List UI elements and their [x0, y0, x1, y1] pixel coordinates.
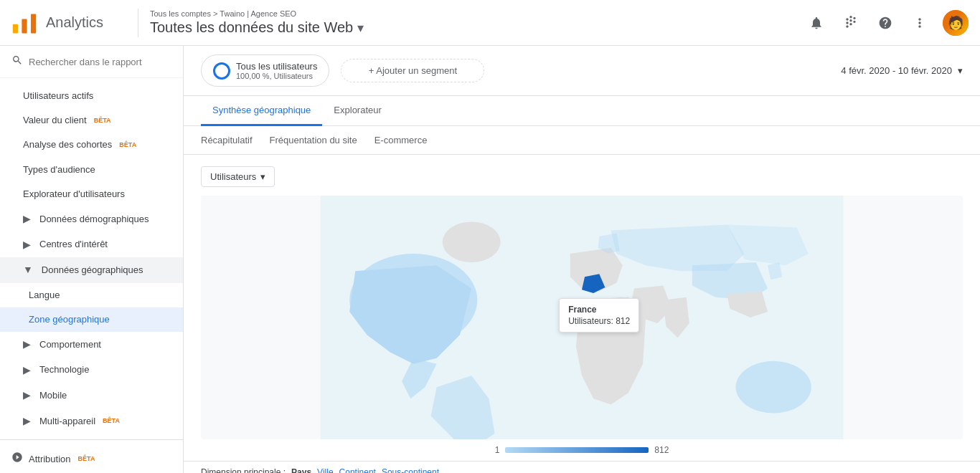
tab-synthese-geographique[interactable]: Synthèse géographique: [201, 96, 322, 126]
sidebar-label: Mobile: [39, 389, 67, 402]
sidebar-item-technologie[interactable]: ▶ Technologie: [0, 358, 183, 383]
sub-tabs-bar: Récapitulatif Fréquentation du site E-co…: [184, 126, 980, 155]
beta-badge: BÊTA: [94, 116, 111, 125]
dimension-ville[interactable]: Ville: [317, 467, 333, 473]
header-nav: Tous les comptes > Twaino | Agence SEO T…: [150, 9, 805, 36]
segment-name: Tous les utilisateurs: [236, 61, 317, 72]
sidebar-label: Données démographiques: [39, 213, 149, 226]
segment-sub: 100,00 %, Utilisateurs: [236, 72, 317, 80]
attribution-icon: [11, 452, 23, 466]
sidebar-item-mobile[interactable]: ▶ Mobile: [0, 383, 183, 408]
sidebar-item-donnees-geographiques[interactable]: ▼ Données géographiques: [0, 257, 183, 283]
date-range-label: 4 févr. 2020 - 10 févr. 2020: [841, 65, 952, 76]
users-dropdown[interactable]: Utilisateurs ▾: [201, 166, 275, 187]
sidebar-label: Multi-appareil: [39, 415, 95, 428]
date-range-selector[interactable]: 4 févr. 2020 - 10 févr. 2020 ▾: [841, 65, 963, 76]
attribution-label: Attribution: [29, 454, 71, 464]
sidebar-item-types-audience[interactable]: Types d'audience: [0, 158, 183, 182]
svg-point-6: [736, 361, 811, 414]
sidebar-label: Technologie: [39, 363, 89, 376]
date-range-dropdown-icon: ▾: [958, 65, 963, 76]
sidebar-item-donnees-demographiques[interactable]: ▶ Données démographiques: [0, 206, 183, 232]
apps-button[interactable]: [839, 11, 862, 34]
search-icon: [11, 54, 23, 69]
chevron-right-icon: ▶: [23, 338, 31, 352]
chevron-right-icon: ▶: [23, 414, 31, 429]
tab-explorateur[interactable]: Explorateur: [322, 96, 392, 126]
sidebar-item-explorateur-utilisateurs[interactable]: Explorateur d'utilisateurs: [0, 182, 183, 206]
sidebar-label: Langue: [29, 289, 60, 302]
sub-tab-ecommerce[interactable]: E-commerce: [374, 132, 428, 148]
map-container: France Utilisateurs: 812: [201, 196, 963, 439]
avatar[interactable]: 🧑: [943, 10, 969, 36]
dimension-pays[interactable]: Pays: [291, 467, 311, 473]
more-options-button[interactable]: [908, 11, 931, 34]
sidebar-bottom: Attribution BÊTA ‹: [0, 439, 183, 473]
avatar-image: 🧑: [943, 10, 969, 36]
beta-badge: BÊTA: [119, 140, 136, 150]
header: Analytics Tous les comptes > Twaino | Ag…: [0, 0, 980, 46]
app-title: Analytics: [46, 14, 103, 31]
sidebar-nav: Utilisateurs actifs Valeur du clientBÊTA…: [0, 78, 183, 439]
add-segment-label: + Ajouter un segment: [369, 65, 457, 76]
sub-tab-recapitulatif[interactable]: Récapitulatif: [201, 132, 253, 148]
notifications-button[interactable]: [805, 11, 828, 34]
page-title: Toutes les données du site Web: [150, 19, 353, 36]
page-title-dropdown-icon[interactable]: ▾: [357, 20, 364, 36]
map-area: Utilisateurs ▾: [184, 155, 980, 461]
sub-tab-frequentation[interactable]: Fréquentation du site: [270, 132, 357, 148]
sidebar-item-analyse-cohortes[interactable]: Analyse des cohortesBÊTA: [0, 133, 183, 157]
header-divider: [138, 9, 138, 37]
sub-tab-label: E-commerce: [374, 135, 428, 145]
scale-max: 812: [654, 445, 669, 455]
sidebar-label: Zone géographique: [29, 313, 110, 326]
sidebar-item-attribution[interactable]: Attribution BÊTA: [0, 446, 183, 472]
sidebar-label: Valeur du client: [23, 114, 87, 127]
segment-circle-icon: [213, 62, 230, 80]
sidebar-item-valeur-client[interactable]: Valeur du clientBÊTA: [0, 108, 183, 133]
sidebar-label: Explorateur d'utilisateurs: [23, 188, 125, 201]
users-dropdown-label: Utilisateurs: [210, 171, 256, 182]
sidebar-item-centres-interet[interactable]: ▶ Centres d'intérêt: [0, 232, 183, 258]
sidebar-label: Données géographiques: [42, 264, 143, 277]
help-button[interactable]: [874, 11, 897, 34]
dimension-bar: Dimension principale : Pays Ville Contin…: [184, 461, 980, 473]
sidebar-item-langue[interactable]: Langue: [0, 283, 183, 307]
dimension-label: Dimension principale :: [201, 467, 286, 473]
chevron-right-icon: ▶: [23, 238, 31, 252]
dimension-sous-continent[interactable]: Sous-continent: [382, 467, 439, 473]
segment-chip-all-users[interactable]: Tous les utilisateurs 100,00 %, Utilisat…: [201, 54, 329, 87]
scale-min: 1: [495, 445, 500, 455]
sidebar-item-zone-geographique[interactable]: Zone géographique: [0, 307, 183, 332]
main-content: Tous les utilisateurs 100,00 %, Utilisat…: [184, 46, 980, 473]
search-input[interactable]: [29, 57, 171, 67]
svg-rect-2: [31, 14, 36, 33]
map-scale: 1 812: [201, 445, 963, 455]
chevron-right-icon: ▶: [23, 388, 31, 403]
world-map: [201, 196, 963, 439]
dimension-continent[interactable]: Continent: [339, 467, 376, 473]
search-bar: [0, 46, 183, 78]
header-actions: 🧑: [805, 10, 969, 36]
tab-label: Synthèse géographique: [212, 105, 311, 115]
sidebar-item-comportement[interactable]: ▶ Comportement: [0, 332, 183, 358]
chevron-down-icon: ▼: [23, 263, 33, 277]
sidebar-label: Analyse des cohortes: [23, 138, 112, 151]
segment-info: Tous les utilisateurs 100,00 %, Utilisat…: [236, 61, 317, 80]
chevron-right-icon: ▶: [23, 212, 31, 226]
chevron-right-icon: ▶: [23, 363, 31, 378]
add-segment-button[interactable]: + Ajouter un segment: [341, 59, 484, 82]
svg-rect-0: [13, 24, 18, 33]
svg-rect-1: [22, 19, 27, 33]
sidebar-item-utilisateurs-actifs[interactable]: Utilisateurs actifs: [0, 84, 183, 108]
attribution-beta-badge: BÊTA: [78, 455, 95, 462]
sidebar-label: Comportement: [39, 338, 101, 351]
sidebar-label: Utilisateurs actifs: [23, 90, 93, 102]
tab-label: Explorateur: [334, 105, 381, 115]
svg-point-5: [443, 221, 501, 262]
sidebar-label: Types d'audience: [23, 163, 95, 176]
page-title-area[interactable]: Toutes les données du site Web ▾: [150, 19, 805, 36]
logo-area: Analytics: [11, 10, 126, 36]
breadcrumb: Tous les comptes > Twaino | Agence SEO: [150, 9, 805, 18]
sidebar-item-multi-appareil[interactable]: ▶ Multi-appareil BÊTA: [0, 408, 183, 434]
